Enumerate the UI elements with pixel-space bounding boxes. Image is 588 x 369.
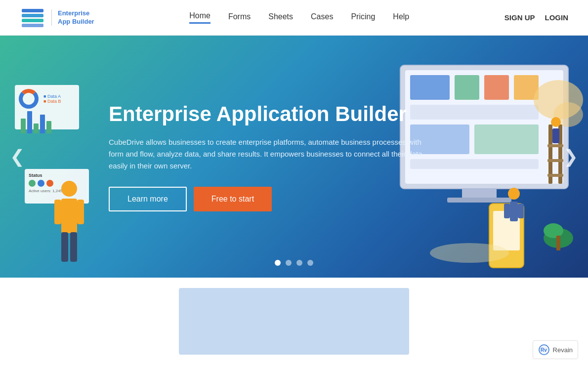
left-chart-card: ■ Data A ■ Data B <box>15 85 79 129</box>
svg-point-40 <box>430 243 509 263</box>
svg-rect-12 <box>410 75 450 100</box>
svg-rect-0 <box>22 9 43 12</box>
logo-text: Enterprise App Builder <box>51 9 94 26</box>
svg-rect-20 <box>462 189 497 199</box>
slide-dot-4[interactable] <box>307 260 313 266</box>
svg-rect-33 <box>556 236 560 250</box>
svg-rect-2 <box>22 19 43 22</box>
svg-point-4 <box>61 181 77 197</box>
svg-rect-28 <box>547 174 563 177</box>
revain-label: Revain <box>553 346 573 354</box>
hero-description: CubeDrive allows businesses to create en… <box>109 136 435 172</box>
below-hero-card <box>179 288 409 355</box>
svg-rect-26 <box>547 144 563 147</box>
svg-rect-5 <box>61 199 77 233</box>
logo-icon <box>20 5 45 31</box>
svg-rect-38 <box>504 204 510 218</box>
svg-rect-13 <box>455 75 479 100</box>
carousel-dots <box>275 260 313 266</box>
revain-icon: Rv <box>538 344 550 356</box>
hero-banner: ❮ ■ Data A ■ Data B Status Active users:… <box>0 36 588 278</box>
next-slide-button[interactable]: ❯ <box>563 146 578 167</box>
svg-rect-30 <box>552 128 559 143</box>
slide-dot-3[interactable] <box>296 260 302 266</box>
svg-rect-3 <box>22 24 43 27</box>
nav-cases[interactable]: Cases <box>311 12 333 23</box>
hero-content: Enterprise Application Builder CubeDrive… <box>109 102 435 211</box>
svg-rect-9 <box>70 232 77 262</box>
svg-rect-39 <box>518 204 524 218</box>
hero-buttons: Learn more Free to start <box>109 187 435 211</box>
svg-rect-1 <box>22 14 43 17</box>
svg-point-36 <box>508 188 520 200</box>
left-figure-illustration <box>49 174 89 273</box>
slide-dot-2[interactable] <box>286 260 292 266</box>
svg-rect-37 <box>510 202 518 221</box>
svg-rect-14 <box>484 75 509 100</box>
prev-slide-button[interactable]: ❮ <box>10 146 25 167</box>
svg-rect-27 <box>547 159 563 162</box>
logo-area: Enterprise App Builder <box>20 5 94 31</box>
nav-help[interactable]: Help <box>393 12 409 23</box>
nav-forms[interactable]: Forms <box>228 12 251 23</box>
slide-dot-1[interactable] <box>275 260 281 266</box>
revain-badge: Rv Revain <box>533 340 578 359</box>
nav-sheets[interactable]: Sheets <box>268 12 293 23</box>
svg-rect-21 <box>447 198 511 203</box>
nav-home[interactable]: Home <box>189 11 210 24</box>
free-to-start-button[interactable]: Free to start <box>194 187 272 211</box>
login-link[interactable]: LOGIN <box>545 13 568 22</box>
auth-actions: SIGN UP LOGIN <box>504 13 568 22</box>
main-nav: Home Forms Sheets Cases Pricing Help <box>189 11 409 24</box>
nav-pricing[interactable]: Pricing <box>351 12 375 23</box>
below-hero-section <box>0 278 588 365</box>
svg-rect-18 <box>474 124 539 154</box>
header: Enterprise App Builder Home Forms Sheets… <box>0 0 588 36</box>
svg-rect-7 <box>77 200 84 224</box>
svg-point-29 <box>551 117 561 127</box>
svg-text:Rv: Rv <box>541 347 547 353</box>
learn-more-button[interactable]: Learn more <box>109 187 187 211</box>
hero-title: Enterprise Application Builder <box>109 102 435 126</box>
svg-rect-8 <box>61 232 68 262</box>
signup-link[interactable]: SIGN UP <box>504 13 535 22</box>
svg-rect-6 <box>54 200 61 224</box>
